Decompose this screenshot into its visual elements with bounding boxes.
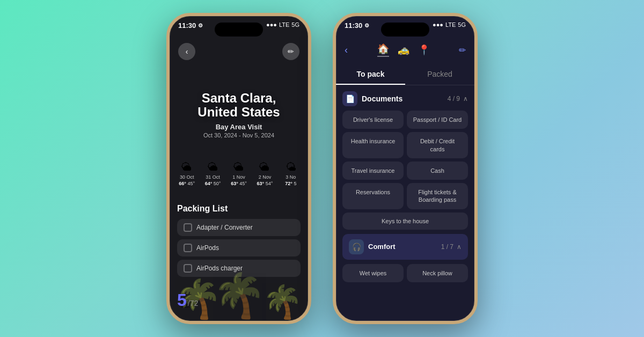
documents-label: Documents	[362, 94, 402, 103]
dynamic-island-1	[215, 23, 263, 36]
weather-day-5: 🌤 3 No 72° 5	[279, 161, 303, 186]
documents-category-header: 📄 Documents 4 / 9 ∧	[342, 86, 468, 111]
phone-1-content: 🌴 🌴 🌴 🏛 ‹ ✏ Santa Clara,United States Ba…	[170, 16, 308, 321]
count-total: /72	[188, 299, 198, 307]
list-item[interactable]: Passport / ID Card	[407, 111, 468, 129]
list-item[interactable]: Reservations	[342, 183, 404, 209]
nav-icons: 🏠 🚕 📍	[377, 43, 430, 57]
status-time-1: 11:30 ⚙	[178, 21, 203, 30]
dynamic-island-2	[381, 23, 429, 36]
back-button-1[interactable]: ‹	[178, 43, 195, 60]
list-item[interactable]: Flight tickets &Boarding pass	[407, 183, 468, 209]
checkbox-1[interactable]	[184, 223, 192, 232]
list-item[interactable]: AirPods	[177, 239, 301, 257]
list-item[interactable]: AirPods charger	[177, 260, 301, 277]
packing-list: Adapter / Converter AirPods AirPods char…	[177, 219, 301, 277]
list-item[interactable]: Travel insurance	[342, 162, 404, 180]
packing-section: Packing List Adapter / Converter AirPods…	[170, 204, 308, 321]
tabs: To pack Packed	[336, 64, 474, 85]
comfort-category-header: 🎧 Comfort 1 / 7 ∧	[342, 234, 468, 260]
list-item[interactable]: Wet wipes	[342, 264, 404, 282]
comfort-count: 1 / 7 ∧	[441, 243, 462, 251]
checkbox-2[interactable]	[184, 244, 192, 252]
checkbox-3[interactable]	[184, 264, 192, 273]
weather-day-2: 🌥 31 Oct 64° 50°	[201, 161, 224, 186]
phone-2: 11:30 ⚙ ●●● LTE 5G ‹ 🏠 🚕 📍 ✏ To pack P	[333, 13, 478, 324]
phone-1-header: ‹ ✏	[170, 43, 308, 60]
phone-2-content: ‹ 🏠 🚕 📍 ✏ To pack Packed 📄 Docume	[336, 16, 474, 321]
list-item[interactable]: Driver's license	[342, 111, 404, 129]
phone-1: 11:30 ⚙ ●●● LTE 5G 🌴 🌴 🌴 🏛 ‹ ✏ San	[166, 13, 311, 324]
tab-packed[interactable]: Packed	[405, 64, 474, 85]
city-info: Santa Clara,United States Bay Area Visit…	[170, 91, 308, 138]
list-item[interactable]: Health insurance	[342, 132, 404, 158]
edit-button-1[interactable]: ✏	[282, 43, 299, 60]
count-number: 5	[177, 290, 187, 310]
weather-strip: 🌥 30 Oct 66° 45° 🌥 31 Oct 64° 50° 🌥 1 No…	[170, 161, 308, 186]
documents-icon: 📄	[342, 91, 357, 106]
trip-dates: Oct 30, 2024 - Nov 5, 2024	[170, 132, 308, 138]
weather-day-1: 🌥 30 Oct 66° 45°	[175, 161, 199, 186]
city-name: Santa Clara,United States	[170, 91, 308, 120]
trip-name: Bay Area Visit	[170, 123, 308, 131]
tab-to-pack[interactable]: To pack	[336, 64, 405, 85]
weather-day-4: 🌥 2 Nov 63° 54°	[253, 161, 276, 186]
comfort-icon: 🎧	[349, 239, 364, 254]
weather-day-3: 🌥 1 Nov 63° 45°	[227, 161, 251, 186]
list-item[interactable]: Keys to the house	[342, 213, 468, 230]
documents-items-grid: Driver's license Passport / ID Card Heal…	[342, 111, 468, 230]
comfort-label: Comfort	[368, 243, 396, 251]
list-item[interactable]: Cash	[407, 162, 468, 180]
packing-count: 5 /72	[177, 290, 198, 310]
status-icons-1: ●●● LTE 5G	[266, 21, 299, 28]
status-time-2: 11:30 ⚙	[345, 21, 369, 30]
phone-2-header: ‹ 🏠 🚕 📍 ✏	[336, 43, 474, 57]
edit-button-2[interactable]: ✏	[459, 45, 466, 55]
status-icons-2: ●●● LTE 5G	[433, 21, 466, 28]
nav-taxi-icon[interactable]: 🚕	[398, 44, 409, 56]
list-item[interactable]: Debit / Credit cards	[407, 132, 468, 158]
back-button-2[interactable]: ‹	[345, 45, 348, 56]
list-item[interactable]: Adapter / Converter	[177, 219, 301, 236]
documents-count: 4 / 9 ∧	[448, 95, 468, 102]
list-item[interactable]: Neck pillow	[407, 264, 468, 282]
nav-home-icon[interactable]: 🏠	[377, 43, 389, 57]
packing-title: Packing List	[177, 204, 228, 214]
packing-list-2: 📄 Documents 4 / 9 ∧ Driver's license Pas…	[336, 86, 474, 321]
comfort-items-grid: Wet wipes Neck pillow	[342, 264, 468, 282]
nav-location-icon[interactable]: 📍	[418, 44, 430, 56]
packing-header: Packing List	[177, 204, 301, 214]
